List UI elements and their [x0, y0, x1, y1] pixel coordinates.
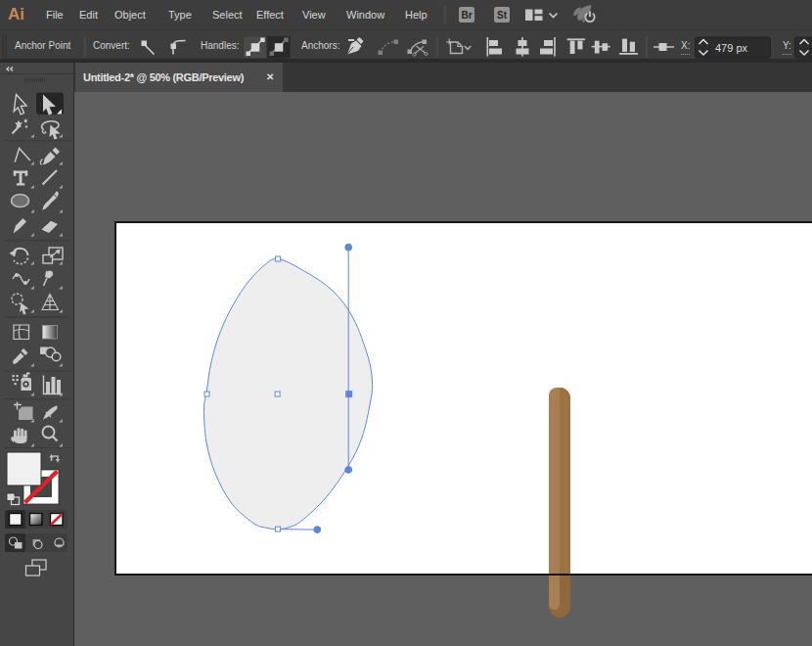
svg-text:St: St	[497, 10, 508, 21]
svg-text:Br: Br	[461, 10, 472, 21]
svg-text:479 px: 479 px	[715, 42, 748, 54]
